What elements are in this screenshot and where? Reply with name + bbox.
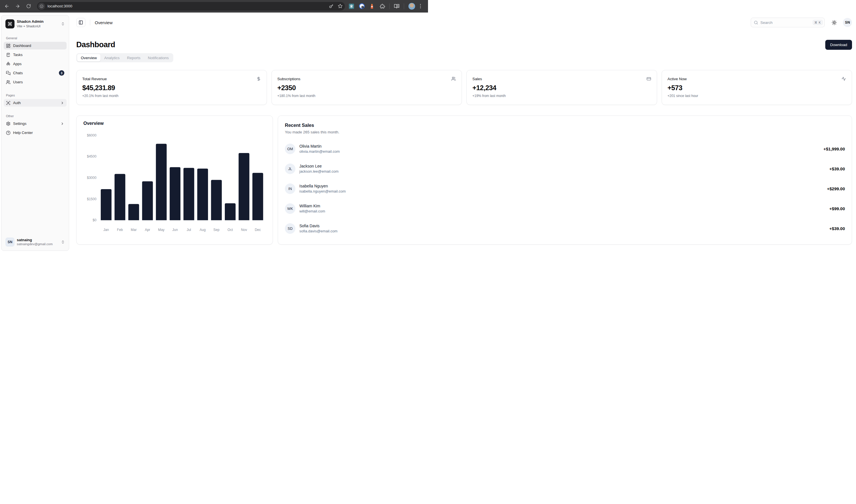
users-icon <box>6 80 11 85</box>
book-icon <box>394 3 400 9</box>
address-bar[interactable]: localhost:3000 <box>37 2 345 11</box>
reading-list-button[interactable] <box>394 3 400 10</box>
chart-axis-label: $0 <box>93 218 97 222</box>
reload-icon <box>26 4 31 8</box>
recent-sales-subtitle: You made 265 sales this month. <box>285 130 428 134</box>
sidebar-toggle-button[interactable] <box>76 18 85 27</box>
bar-nov <box>239 153 249 220</box>
avatar: JL <box>285 164 295 174</box>
site-info-button[interactable] <box>38 3 45 10</box>
avatar: WK <box>285 203 295 214</box>
browser-back-button[interactable] <box>3 2 11 10</box>
chart-axis-label: $3000 <box>87 176 97 180</box>
sale-name: Jackson Lee <box>299 164 338 169</box>
chart-axis-label: Apr <box>145 228 150 232</box>
boxes-icon <box>6 62 11 66</box>
team-plan: Vite + ShadcnUI <box>17 24 59 28</box>
overview-chart-card: Overview $0$1500$3000$4500$6000JanFebMar… <box>76 115 273 245</box>
sale-name: Sofia Davis <box>299 223 337 229</box>
sidebar-item-apps[interactable]: Apps <box>4 60 67 68</box>
chart-axis-label: Mar <box>131 228 137 232</box>
sidebar-item-auth[interactable]: Auth <box>4 99 67 107</box>
chevron-right-icon <box>60 122 64 126</box>
sale-name: Isabella Nguyen <box>299 184 346 189</box>
arrow-right-icon <box>15 4 20 9</box>
key-icon <box>329 4 334 8</box>
sale-email: will@email.com <box>299 209 325 214</box>
sidebar-user-menu[interactable]: SN satnaing satnaingdev@gmail.com <box>4 236 67 248</box>
extensions-menu-button[interactable] <box>379 3 385 10</box>
chart-axis-label: $6000 <box>87 133 97 137</box>
extension-lighthouse-button[interactable] <box>369 3 375 10</box>
browser-forward-button[interactable] <box>14 2 22 10</box>
tab-overview[interactable]: Overview <box>77 54 101 61</box>
stat-value: $45,231.89 <box>82 84 261 92</box>
bar-sep <box>211 180 222 220</box>
sale-email: isabella.nguyen@email.com <box>299 189 346 194</box>
chart-axis-label: Nov <box>241 228 247 232</box>
chevrons-up-down-icon <box>61 22 65 26</box>
app-header: Overview ⌘ K SN <box>76 18 428 27</box>
chart-axis-label: May <box>158 228 164 232</box>
sidebar: Shadcn Admin Vite + ShadcnUI General Das… <box>1 15 69 251</box>
sidebar-item-dashboard[interactable]: Dashboard <box>4 42 67 50</box>
bar-oct <box>225 203 235 220</box>
tab-reports[interactable]: Reports <box>123 54 144 61</box>
layout-dashboard-icon <box>6 43 11 48</box>
bar-jun <box>170 167 180 220</box>
page-title: Dashboard <box>76 40 115 49</box>
sale-name: Olivia Martin <box>299 144 340 149</box>
overview-bar-chart: $0$1500$3000$4500$6000JanFebMarAprMayJun… <box>83 129 266 235</box>
main-area: Overview ⌘ K SN Dashboard Download Overv… <box>69 13 428 252</box>
sidebar-item-label: Apps <box>13 62 64 66</box>
sale-name: William Kim <box>299 204 325 209</box>
password-manager-button[interactable] <box>329 4 334 8</box>
extension-password-button[interactable] <box>359 3 365 10</box>
browser-reload-button[interactable] <box>24 2 32 10</box>
tab-analytics[interactable]: Analytics <box>101 54 123 61</box>
sidebar-item-label: Dashboard <box>13 43 64 48</box>
sale-row: OM Olivia Martinolivia.martin@email.com … <box>285 144 428 154</box>
star-icon <box>338 4 343 8</box>
sidebar-item-tasks[interactable]: Tasks <box>4 51 67 59</box>
chart-axis-label: Jun <box>172 228 178 232</box>
bar-jan <box>101 189 111 220</box>
dashboard-page: Dashboard Download Overview Analytics Re… <box>69 40 428 245</box>
user-avatar: SN <box>5 237 15 247</box>
sidebar-item-users[interactable]: Users <box>4 78 67 86</box>
user-email: satnaingdev@gmail.com <box>17 242 59 246</box>
bar-jul <box>184 168 194 220</box>
sale-email: sofia.davis@email.com <box>299 229 337 234</box>
sidebar-item-help-center[interactable]: Help Center <box>4 129 67 137</box>
browser-profile-avatar[interactable] <box>408 3 416 10</box>
stat-title: Total Revenue <box>82 77 107 81</box>
user-name: satnaing <box>17 238 59 242</box>
dollar-icon <box>257 76 261 81</box>
bookmark-button[interactable] <box>338 4 343 8</box>
chevron-right-icon <box>60 101 64 105</box>
stat-card-total-revenue: Total Revenue $45,231.89 +20.1% from las… <box>76 70 267 105</box>
chart-axis-label: Aug <box>199 228 206 232</box>
puzzle-icon <box>380 3 385 9</box>
tab-notifications[interactable]: Notifications <box>144 54 173 61</box>
extension-teal-button[interactable] <box>348 3 354 10</box>
chart-axis-label: $4500 <box>87 155 97 158</box>
sale-row: JL Jackson Leejackson.lee@email.com +$39… <box>285 164 428 174</box>
sale-row: IN Isabella Nguyenisabella.nguyen@email.… <box>285 183 428 194</box>
browser-menu-button[interactable] <box>420 4 421 8</box>
stat-value: +2350 <box>277 84 428 92</box>
team-name: Shadcn Admin <box>17 19 59 24</box>
sale-row: WK William Kimwill@email.com +$99.00 <box>285 203 428 214</box>
info-icon <box>39 4 43 8</box>
messages-icon <box>6 71 11 75</box>
bar-mar <box>128 204 139 220</box>
team-switcher[interactable]: Shadcn Admin Vite + ShadcnUI <box>4 18 67 30</box>
sidebar-item-settings[interactable]: Settings <box>4 120 67 127</box>
app-window: Shadcn Admin Vite + ShadcnUI General Das… <box>0 13 428 252</box>
chart-axis-label: Dec <box>255 228 261 232</box>
sidebar-item-label: Users <box>13 80 64 84</box>
browser-toolbar: localhost:3000 <box>0 0 428 13</box>
sidebar-item-chats[interactable]: Chats 3 <box>4 69 67 77</box>
sale-email: olivia.martin@email.com <box>299 149 340 154</box>
chart-axis-label: Sep <box>213 228 220 232</box>
